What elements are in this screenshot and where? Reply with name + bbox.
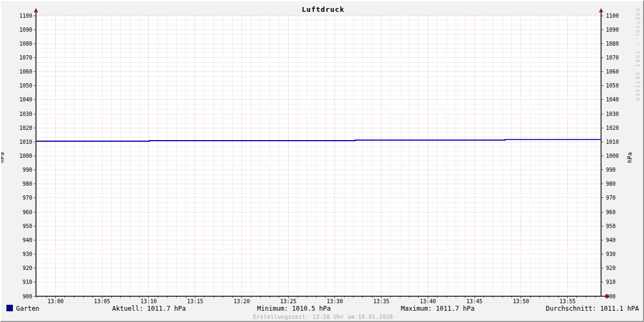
stat-aktuell: Aktuell: 1011.7 hPa	[112, 305, 186, 312]
pressure-chart: 9009009109109209209309309409409509509609…	[1, 1, 644, 322]
y-axis-tick-label-right: 970	[606, 195, 616, 201]
x-axis-tick-label: 13:05	[94, 298, 110, 304]
stat-minimum: Minimum: 1010.5 hPa	[257, 305, 331, 312]
y-axis-tick-label-left: 970	[23, 195, 32, 201]
series-color-swatch	[6, 305, 13, 311]
y-axis-tick-label-left: 990	[23, 167, 32, 173]
x-axis-tick-label: 13:50	[513, 298, 529, 304]
y-axis-tick-label-right: 910	[606, 279, 616, 285]
y-axis-tick-label-right: 930	[606, 251, 616, 257]
y-axis-tick-label-right: 1070	[606, 55, 619, 61]
y-axis-tick-label-right: 950	[606, 223, 616, 229]
x-axis-tick-label: 13:20	[233, 298, 250, 304]
y-axis-tick-label-left: 980	[23, 181, 32, 187]
x-axis-tick-label: 13:45	[466, 298, 482, 304]
y-axis-tick-label-left: 960	[23, 209, 32, 215]
y-axis-tick-label-right: 1050	[606, 83, 619, 89]
y-axis-tick-label-right: 1040	[606, 97, 619, 103]
y-axis-tick-label-left: 1100	[19, 13, 32, 19]
y-axis-tick-label-left: 910	[23, 279, 32, 285]
x-axis-tick-label: 13:55	[559, 298, 575, 304]
y-axis-tick-label-right: 1000	[606, 153, 619, 159]
x-axis-tick-label: 13:10	[141, 298, 157, 304]
creation-timestamp: Erstellungszeit: 13:58 Uhr am 10.01.2026	[1, 314, 644, 320]
y-axis-unit-label-right: hPa	[626, 152, 633, 163]
y-axis-tick-label-right: 1090	[606, 27, 619, 33]
chart-title: Luftdruck	[1, 5, 644, 13]
y-axis-tick-label-right: 1030	[606, 111, 619, 117]
y-axis-tick-label-right: 1100	[606, 13, 619, 19]
y-axis-tick-label-right: 960	[606, 209, 616, 215]
x-axis-tick-label: 13:25	[280, 298, 296, 304]
y-axis-tick-label-left: 930	[23, 251, 32, 257]
y-axis-tick-label-right: 1080	[606, 41, 619, 47]
y-axis-unit-label-left: hPa	[0, 152, 5, 163]
x-axis-tick-label: 13:15	[187, 298, 203, 304]
y-axis-tick-label-right: 1020	[606, 125, 619, 131]
y-axis-tick-label-right: 900	[606, 294, 616, 299]
y-axis-tick-label-left: 1020	[19, 125, 32, 131]
legend-series: Garten	[6, 305, 39, 312]
y-axis-tick-label-left: 950	[23, 223, 32, 229]
rrdtool-graph: 9009009109109209209309309409409509509609…	[0, 0, 644, 322]
x-axis-tick-label: 13:35	[374, 298, 390, 304]
series-label: Garten	[16, 305, 39, 312]
y-axis-tick-label-left: 920	[23, 265, 32, 271]
legend: Garten Aktuell: 1011.7 hPa Minimum: 1010…	[1, 305, 644, 313]
y-axis-tick-label-left: 900	[23, 294, 32, 299]
stat-durchschnitt: Durchschnitt: 1011.1 hPA	[546, 305, 639, 312]
y-axis-tick-label-left: 1060	[19, 69, 32, 75]
y-axis-tick-label-left: 940	[23, 237, 32, 243]
y-axis-tick-label-right: 1060	[606, 69, 619, 75]
rrdtool-watermark: RRDTOOL / TOBI OETIKER	[635, 9, 640, 102]
x-axis-tick-label: 13:40	[420, 298, 436, 304]
y-axis-tick-label-left: 1050	[19, 83, 32, 89]
y-axis-tick-label-right: 940	[606, 237, 616, 243]
y-axis-tick-label-left: 1000	[19, 153, 32, 159]
y-axis-tick-label-left: 1070	[19, 55, 32, 61]
y-axis-tick-label-right: 1010	[606, 139, 619, 145]
y-axis-tick-label-right: 990	[606, 167, 616, 173]
y-axis-tick-label-left: 1090	[19, 27, 32, 33]
y-axis-tick-label-left: 1010	[19, 139, 32, 145]
y-axis-tick-label-right: 980	[606, 181, 616, 187]
x-axis-tick-label: 13:00	[47, 298, 63, 304]
y-axis-tick-label-left: 1030	[19, 111, 32, 117]
y-axis-tick-label-left: 1040	[19, 97, 32, 103]
x-axis-tick-label: 13:30	[327, 298, 343, 304]
stat-maximum: Maximum: 1011.7 hPa	[401, 305, 474, 312]
y-axis-tick-label-left: 1080	[19, 41, 32, 47]
y-axis-tick-label-right: 920	[606, 265, 616, 271]
